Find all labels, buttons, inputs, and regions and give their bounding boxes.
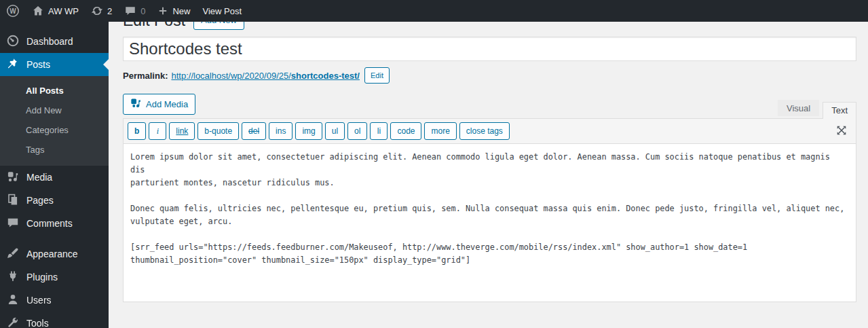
sidebar-item-label: Dashboard [26, 36, 73, 47]
dashboard-icon [6, 34, 20, 50]
sidebar-item-label: Tools [26, 318, 49, 328]
sidebar-item-label: Appearance [26, 249, 78, 259]
edit-permalink-button[interactable]: Edit [364, 67, 390, 84]
sidebar-item-media[interactable]: Media [0, 166, 109, 189]
qt-code-button[interactable]: code [390, 122, 421, 140]
sidebar-item-categories[interactable]: Categories [0, 120, 109, 140]
comments-menu[interactable]: 0 [118, 0, 151, 22]
sidebar-item-label: Media [26, 172, 52, 183]
permalink-row: Permalink: http://localhost/wp/2020/09/2… [123, 67, 856, 84]
qt-italic-button[interactable]: i [149, 122, 166, 140]
qt-blockquote-button[interactable]: b-quote [197, 122, 239, 140]
sidebar-item-label: Plugins [26, 272, 58, 283]
posts-submenu: All Posts Add New Categories Tags [0, 76, 109, 166]
permalink-url-base: http://localhost/wp/2020/09/25/ [171, 71, 290, 81]
svg-text:W: W [10, 7, 16, 15]
qt-close-tags-button[interactable]: close tags [459, 122, 510, 140]
sidebar-item-pages[interactable]: Pages [0, 189, 109, 212]
active-item-notch [103, 59, 109, 70]
sidebar-item-label: Posts [26, 59, 50, 70]
sidebar-item-label: Pages [26, 195, 54, 206]
qt-img-button[interactable]: img [295, 122, 322, 140]
sidebar-item-plugins[interactable]: Plugins [0, 266, 109, 289]
plug-icon [6, 270, 20, 285]
editor-tabs: Visual Text [778, 100, 856, 118]
updates-menu[interactable]: 2 [85, 0, 118, 22]
admin-sidebar: Dashboard Posts All Posts Add New Catego… [0, 22, 109, 328]
sidebar-item-dashboard[interactable]: Dashboard [0, 30, 109, 53]
sidebar-item-label: Users [26, 295, 52, 306]
pages-icon [6, 193, 20, 208]
plus-icon [157, 5, 168, 16]
permalink-link[interactable]: http://localhost/wp/2020/09/25/shortcode… [171, 71, 360, 81]
qt-bold-button[interactable]: b [128, 122, 146, 140]
permalink-slug: shortcodes-test/ [291, 71, 360, 81]
tab-text[interactable]: Text [823, 102, 856, 119]
add-media-icon [130, 97, 142, 111]
view-post-menu[interactable]: View Post [197, 0, 248, 22]
site-name-menu[interactable]: AW WP [26, 0, 85, 22]
sidebar-item-comments[interactable]: Comments [0, 212, 109, 235]
media-icon [6, 170, 20, 185]
sidebar-item-appearance[interactable]: Appearance [0, 242, 109, 266]
pushpin-icon [6, 57, 20, 73]
sidebar-item-label: Comments [26, 218, 73, 229]
home-icon [32, 5, 44, 17]
site-name-label: AW WP [48, 6, 79, 16]
sidebar-item-posts[interactable]: Posts [0, 53, 109, 76]
qt-del-button[interactable]: del [242, 122, 266, 140]
sidebar-item-add-new[interactable]: Add New [0, 101, 109, 120]
wp-logo-menu[interactable]: W [0, 0, 26, 22]
tab-visual[interactable]: Visual [778, 100, 819, 116]
sidebar-separator [0, 235, 109, 242]
qt-more-button[interactable]: more [424, 122, 456, 140]
comment-bubble-icon [124, 5, 136, 17]
comments-icon [6, 216, 20, 232]
qt-ins-button[interactable]: ins [269, 122, 293, 140]
add-media-button[interactable]: Add Media [123, 94, 195, 115]
fullscreen-button[interactable] [834, 123, 849, 140]
sidebar-item-all-posts[interactable]: All Posts [0, 81, 109, 101]
post-content-textarea[interactable]: Lorem ipsum dolor sit amet, consectetuer… [124, 144, 856, 302]
editor-header: Add Media Visual Text [123, 94, 856, 118]
view-post-label: View Post [203, 6, 242, 16]
qt-li-button[interactable]: li [370, 122, 388, 140]
wrench-icon [6, 316, 20, 328]
sidebar-item-users[interactable]: Users [0, 289, 109, 312]
add-media-label: Add Media [146, 99, 188, 109]
updates-count: 2 [107, 6, 112, 16]
sidebar-item-tools[interactable]: Tools [0, 312, 109, 328]
paintbrush-icon [6, 247, 20, 262]
new-content-menu[interactable]: New [151, 0, 196, 22]
wordpress-logo-icon: W [6, 4, 20, 18]
new-label: New [172, 6, 190, 16]
user-icon [6, 293, 20, 308]
qt-ol-button[interactable]: ol [347, 122, 367, 140]
admin-bar: W AW WP 2 0 [0, 0, 868, 22]
permalink-label: Permalink: [123, 71, 168, 81]
qt-ul-button[interactable]: ul [325, 122, 345, 140]
fullscreen-icon [835, 124, 848, 139]
post-title-input[interactable] [123, 37, 856, 61]
sidebar-item-tags[interactable]: Tags [0, 140, 109, 160]
quicktags-toolbar: b i link b-quote del ins img ul ol li co… [124, 119, 856, 144]
qt-link-button[interactable]: link [169, 122, 195, 140]
editor-container: b i link b-quote del ins img ul ol li co… [123, 118, 856, 302]
comments-count: 0 [140, 6, 145, 16]
edit-post-screen: Edit Post Add New Permalink: http://loca… [109, 0, 868, 302]
updates-icon [91, 5, 103, 17]
